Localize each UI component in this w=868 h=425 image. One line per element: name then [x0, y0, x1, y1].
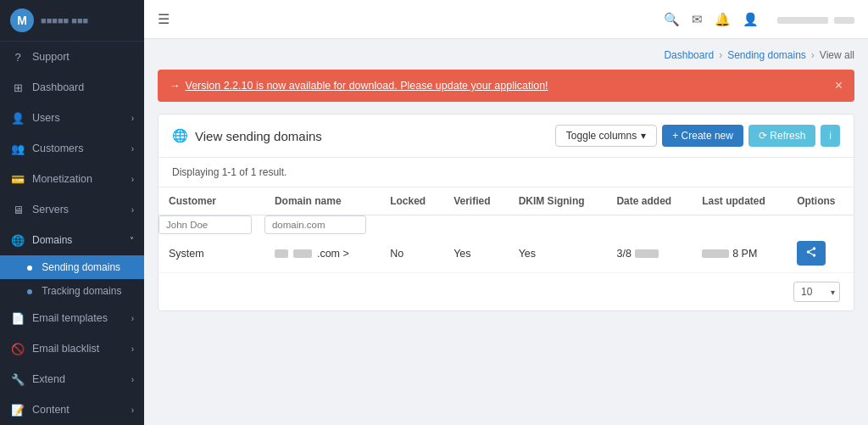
breadcrumb-dashboard[interactable]: Dashboard: [664, 49, 714, 61]
sidebar-item-dashboard[interactable]: ⊞ Dashboard: [0, 72, 144, 103]
breadcrumb-view-all[interactable]: View all: [820, 49, 854, 61]
updated-text: 8 PM: [732, 248, 757, 260]
svg-point-1: [807, 250, 810, 254]
refresh-button[interactable]: ⟳ Refresh: [748, 125, 815, 147]
sidebar-item-customers[interactable]: 👥 Customers ›: [0, 133, 144, 164]
toggle-columns-button[interactable]: Toggle columns ▾: [555, 125, 657, 147]
per-page-select[interactable]: 10 25 50 100: [793, 282, 840, 302]
create-new-button[interactable]: + Create new: [662, 125, 743, 147]
chevron-right-icon: ›: [131, 375, 134, 384]
sidebar-item-monetization[interactable]: 💳 Monetization ›: [0, 164, 144, 194]
chevron-right-icon: ›: [131, 144, 134, 154]
dot-icon: [27, 266, 32, 271]
main-content: ☰ 🔍 ✉ 🔔 👤 Dashboard › Sending domains › …: [144, 0, 868, 425]
cell-domain-name: .com >: [264, 234, 380, 273]
logo-text: ■■■■■ ■■■: [41, 15, 88, 25]
mail-icon[interactable]: ✉: [692, 12, 703, 27]
sidebar-logo: M ■■■■■ ■■■: [0, 0, 144, 42]
domain-bar1: [275, 249, 288, 258]
sidebar-item-label: Email blacklist: [32, 343, 99, 355]
col-options: Options: [787, 187, 854, 215]
col-verified: Verified: [443, 187, 508, 215]
bell-icon[interactable]: 🔔: [715, 12, 731, 27]
table-display-info: Displaying 1-1 of 1 result.: [159, 158, 854, 187]
sidebar-item-label: Domains: [32, 234, 72, 246]
topbar-icons: 🔍 ✉ 🔔 👤: [664, 12, 854, 27]
dashboard-icon: ⊞: [10, 80, 25, 95]
extend-icon: 🔧: [10, 372, 25, 387]
domain-text: .com >: [317, 248, 349, 260]
cell-customer: System: [159, 234, 264, 273]
update-alert: → Version 2.2.10 is now available for do…: [158, 70, 854, 102]
sidebar-item-tracking-domains[interactable]: Tracking domains: [0, 279, 144, 303]
col-locked: Locked: [380, 187, 443, 215]
user-info-text: [777, 14, 854, 25]
card-actions: Toggle columns ▾ + Create new ⟳ Refresh …: [555, 125, 840, 147]
svg-point-0: [813, 247, 816, 250]
share-button[interactable]: [797, 241, 826, 266]
search-icon[interactable]: 🔍: [664, 12, 680, 27]
info-icon: i: [829, 130, 832, 142]
user-icon[interactable]: 👤: [743, 12, 759, 27]
sidebar-item-users[interactable]: 👤 Users ›: [0, 103, 144, 133]
filter-customer-input[interactable]: [159, 215, 252, 234]
date-bar: [635, 249, 659, 258]
content-area: Dashboard › Sending domains › View all →…: [144, 39, 868, 425]
sidebar-item-support[interactable]: ? Support: [0, 42, 144, 72]
filter-domain-input[interactable]: [264, 215, 366, 234]
chevron-right-icon: ›: [131, 405, 134, 415]
svg-line-4: [810, 249, 813, 251]
sidebar-item-extend[interactable]: 🔧 Extend ›: [0, 364, 144, 394]
domain-cell-content: .com >: [275, 248, 370, 260]
card-header: 🌐 View sending domains Toggle columns ▾ …: [159, 115, 854, 158]
sidebar-item-label: Customers: [32, 143, 83, 154]
breadcrumb-sending-domains[interactable]: Sending domains: [727, 49, 806, 61]
sidebar: M ■■■■■ ■■■ ? Support ⊞ Dashboard 👤 User…: [0, 0, 144, 425]
sidebar-item-email-templates[interactable]: 📄 Email templates ›: [0, 303, 144, 333]
alert-link[interactable]: Version 2.2.10 is now available for down…: [186, 80, 548, 92]
date-text: 3/8: [616, 248, 631, 260]
table-header-row: Customer Domain name Locked Verified DKI…: [159, 187, 854, 215]
table-row: System .com > No Yes Yes: [159, 234, 854, 273]
per-page-wrapper: 10 25 50 100 ▾: [793, 282, 840, 302]
share-icon: [805, 246, 817, 258]
svg-point-2: [813, 254, 816, 257]
sidebar-item-label: Email templates: [32, 312, 108, 324]
sidebar-item-label: Support: [32, 51, 70, 63]
svg-line-3: [810, 253, 813, 254]
domain-bar2: [293, 249, 312, 258]
alert-close-button[interactable]: ×: [835, 78, 843, 93]
table-filter-row: [159, 215, 854, 235]
chevron-down-icon: ˅: [130, 236, 134, 245]
cell-dkim-signing: Yes: [509, 234, 607, 273]
sidebar-item-label: Users: [32, 112, 60, 124]
chevron-right-icon: ›: [131, 175, 134, 184]
toggle-columns-label: Toggle columns: [566, 130, 637, 142]
sidebar-item-domains[interactable]: 🌐 Domains ˅: [0, 225, 144, 255]
chevron-right-icon: ›: [131, 114, 134, 123]
dropdown-arrow-icon: ▾: [641, 130, 646, 142]
sidebar-item-content[interactable]: 📝 Content ›: [0, 394, 144, 425]
menu-icon[interactable]: ☰: [158, 11, 170, 27]
cell-verified: Yes: [443, 234, 508, 273]
alert-arrow: →: [170, 80, 181, 92]
topbar: ☰ 🔍 ✉ 🔔 👤: [144, 0, 868, 39]
card-title-text: View sending domains: [195, 129, 322, 143]
sidebar-item-sending-domains[interactable]: Sending domains: [0, 255, 144, 279]
info-button[interactable]: i: [821, 125, 840, 147]
cell-last-updated: 8 PM: [692, 234, 787, 273]
sidebar-item-servers[interactable]: 🖥 Servers ›: [0, 194, 144, 225]
email-templates-icon: 📄: [10, 310, 25, 326]
sidebar-item-label: Servers: [32, 204, 69, 215]
sidebar-item-email-blacklist[interactable]: 🚫 Email blacklist ›: [0, 333, 144, 364]
updated-bar: [702, 249, 729, 258]
domains-icon: 🌐: [10, 232, 25, 248]
dot-icon: [27, 289, 32, 294]
sidebar-item-label: Extend: [32, 373, 65, 385]
col-last-updated: Last updated: [692, 187, 787, 215]
col-customer: Customer: [159, 187, 264, 215]
chevron-right-icon: ›: [131, 205, 134, 215]
chevron-right-icon: ›: [131, 314, 134, 323]
users-icon: 👤: [10, 110, 25, 126]
cell-locked: No: [380, 234, 443, 273]
